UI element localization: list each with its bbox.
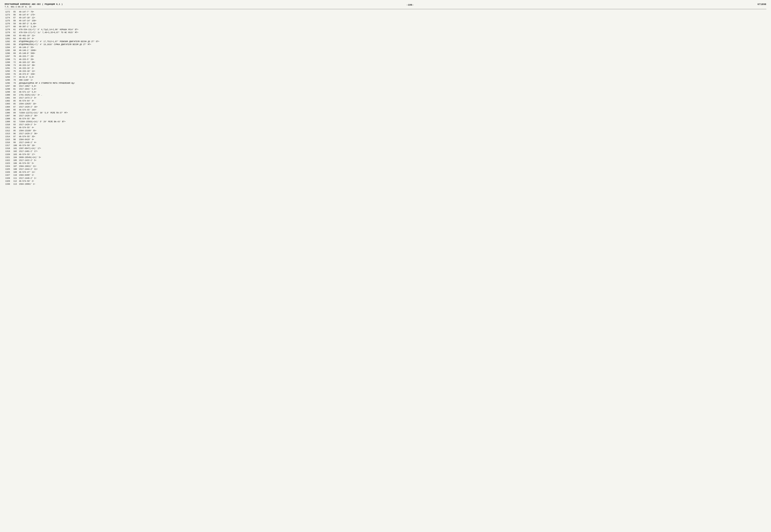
table-row: 12887148-153-5' 28• — [5, 58, 766, 61]
row-content: 46-574-47' 11• — [18, 171, 766, 174]
row-content: 48-153-5' 28• — [18, 58, 766, 61]
row-id: 1279 — [5, 31, 13, 34]
row-content: 1517-1429-2' 16• — [18, 105, 766, 108]
row-seq: 109 — [13, 171, 18, 174]
row-id: 1326 — [5, 171, 13, 174]
row-seq: 100 — [13, 144, 18, 147]
row-id: 1323 — [5, 162, 13, 165]
table-row: 127962470-534-17(=7)' 1с' 7,40•3,2б•9,07… — [5, 31, 766, 34]
row-seq: 71 — [13, 58, 18, 61]
row-seq: 89 — [13, 111, 18, 114]
row-seq: 67 — [13, 46, 18, 49]
table-row: 1283б6ИТЦБПРМА1П50(=7)' 4' 19,1016' СУМК… — [5, 43, 766, 46]
header-page-num: -186- — [407, 3, 414, 6]
row-content: ИТЦБПРМА1П50(=7)' 4' 19,1016' СУМКА ДВИГ… — [18, 43, 766, 46]
row-seq: б6 — [13, 13, 18, 16]
row-seq: 73 — [13, 64, 18, 67]
row-id: 1310 — [5, 123, 13, 126]
row-seq: 61 — [13, 28, 18, 31]
row-id: 1314 — [5, 135, 13, 138]
row-seq: 110 — [13, 174, 18, 177]
row-seq: 63 — [13, 34, 18, 37]
row-content: 1517-1473-2' 4• — [18, 97, 766, 100]
table-row: 1301841517-1473-2' 4• — [5, 97, 766, 100]
table-row: 13241071504-16811' 11• — [5, 165, 766, 168]
row-seq: 96 — [13, 132, 18, 135]
row-seq: бб — [13, 108, 18, 111]
row-content: 46-147-14' 158• — [18, 19, 766, 22]
table-row: 13301131504-19961' 1• — [5, 183, 766, 186]
row-content: 1504-16811' 11• — [18, 165, 766, 168]
row-content: 46-574-55' 164• — [18, 108, 766, 111]
row-content: 1504-19961' 1• — [18, 183, 766, 186]
table-row: 1298811517-1041' 5,8• — [5, 88, 766, 91]
row-content: 48-571-13' 5,6• — [18, 91, 766, 94]
table-row: 1312951504-13189' 35• — [5, 129, 766, 132]
row-content: 480-1189' 1• — [18, 79, 766, 82]
table-row: 12877048-153-7' 28• — [5, 55, 766, 58]
row-content: 71584-12272(=14)' 36' 5,6' РЕЛЕ П9-37' М… — [18, 111, 766, 114]
row-content: 1517-1429-2' 36• — [18, 114, 766, 117]
row-content: 1791-3325(=14)' 4• . — [18, 94, 766, 97]
row-content: 470-534-17(=7)' 1с' 7,40•3,2б•9,07' ТО Н… — [18, 31, 766, 34]
row-content: 48-574-59' 16• — [18, 144, 766, 147]
row-content: 1517-1041' 5,8• — [18, 88, 766, 91]
row-content: 48-146-1' 1898• — [18, 49, 766, 52]
row-seq: 64 — [13, 37, 18, 40]
row-seq: 81 — [13, 88, 18, 91]
row-seq: 59 — [13, 22, 18, 25]
row-content: 1597-6847(=14)' 17• — [18, 147, 766, 150]
row-content: 1517-1444-2' 11• — [18, 168, 766, 171]
row-id: 1278 — [5, 28, 13, 31]
table-row: 1316991517-1446-2' 4• — [5, 141, 766, 144]
row-id: 1285 — [5, 49, 13, 52]
row-seq: 91 — [13, 117, 18, 120]
row-content: 1517-1446-2' 1• — [18, 177, 766, 180]
table-row: 13089146-574-55' 36• — [5, 117, 766, 120]
table-row: 12846748-149-2' 55• — [5, 46, 766, 49]
row-seq: 85 — [13, 103, 18, 105]
row-id: 1292 — [5, 70, 13, 73]
row-seq: 77 — [13, 76, 18, 79]
table-row: 129679ДЕКАДЬКУДЛРКА НР 4 СТОИМОСТИ МИТА … — [5, 82, 766, 85]
table-row: 13221051517-1422-2' 5• — [5, 159, 766, 162]
row-content: 1517-1481-2' 17• — [18, 150, 766, 153]
row-id: 1321 — [5, 156, 13, 159]
row-content: 48-153-14' 30• — [18, 64, 766, 67]
row-id: 1283 — [5, 43, 13, 46]
row-content: 470-534-13(=7)' Х' 4,71р2,14•2,86' КОРЬБ… — [18, 28, 766, 31]
table-row: 13028546-574-64' 4• — [5, 100, 766, 103]
row-id: 1293 — [5, 73, 13, 76]
table-row: 13149746-574-55' 35• — [5, 135, 766, 138]
row-content: 46-574-55' 36• — [18, 117, 766, 120]
row-seq: б5 — [13, 10, 18, 13]
row-id: 1309 — [5, 120, 13, 123]
row-id: 1288 — [5, 58, 13, 61]
row-id: 1289 — [5, 61, 13, 64]
table-row: 1297801517-1962' 5,0• — [5, 85, 766, 88]
table-row: 13271101504-6499' 1• — [5, 174, 766, 177]
row-id: 1306 — [5, 111, 13, 114]
row-seq: 107 — [13, 165, 18, 168]
row-content: 46-574-55' 5• — [18, 162, 766, 165]
row-id: 1328 — [5, 177, 13, 180]
row-seq: 111 — [13, 177, 18, 180]
row-id: 1290 — [5, 64, 13, 67]
table-row: 12776048-397-1' 3,18• — [5, 25, 766, 28]
table-row: 131710048-574-59' 16• — [5, 144, 766, 147]
row-seq: 108 — [13, 168, 18, 171]
row-id: 1302 — [5, 100, 13, 103]
row-seq: 80 — [13, 85, 18, 88]
row-seq: 74 — [13, 67, 18, 70]
table-row: 13068971584-12272(=14)' 36' 5,6' РЕЛЕ П9… — [5, 111, 766, 114]
row-id: 1301 — [5, 97, 13, 100]
row-content: 46-574-55' 35• — [18, 135, 766, 138]
row-seq: 78 — [13, 79, 18, 82]
table-row: 12998248-571-13' 5,6• — [5, 91, 766, 94]
row-id: 1307 — [5, 114, 13, 117]
row-id: 1296 — [5, 82, 13, 85]
table-row: 12927548-153-18' 12• — [5, 70, 766, 73]
table-row: 1274б749-147-18' 12• — [5, 16, 766, 19]
table-row: 12907348-153-14' 30• — [5, 64, 766, 67]
table-row: 13281111517-1446-2' 1• — [5, 177, 766, 180]
